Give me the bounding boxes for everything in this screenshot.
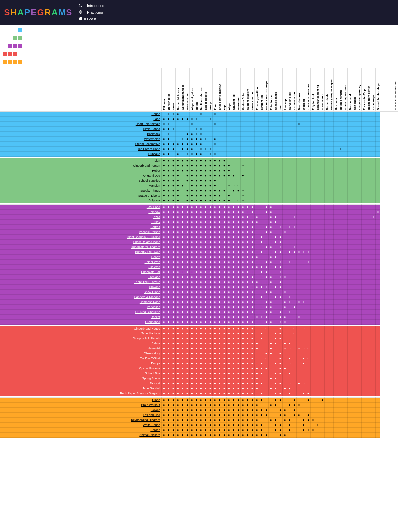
row-label[interactable]: Crayons <box>0 285 162 290</box>
cell: ● <box>217 376 222 381</box>
row-label[interactable]: School Supplies <box>0 178 162 183</box>
row-label[interactable]: Animal Stickers <box>0 433 162 438</box>
cell: ● <box>185 240 190 245</box>
row-label[interactable]: Face <box>0 117 162 122</box>
cell <box>255 193 259 198</box>
cell: ● <box>166 265 171 270</box>
row-label[interactable]: Tie Dye T-Shirt <box>0 356 162 361</box>
cell: ● <box>217 260 222 265</box>
row-label[interactable]: Groundhog <box>0 320 162 325</box>
row-label[interactable]: Name Art <box>0 346 162 351</box>
row-label[interactable]: Jane Goodall <box>0 386 162 391</box>
row-label[interactable]: Globe <box>0 398 162 403</box>
row-label[interactable]: Bicycle <box>0 408 162 413</box>
cell <box>315 300 320 305</box>
row-label[interactable]: Rainbow <box>0 210 162 215</box>
row-label[interactable]: Rock Paper Scissors Diagram <box>0 391 162 396</box>
row-label[interactable]: Snow Globe <box>0 290 162 295</box>
row-label[interactable]: Portrait <box>0 225 162 230</box>
cell: ● <box>194 408 199 413</box>
row-label[interactable]: Dr. King Silhouette <box>0 310 162 315</box>
cell: ● <box>222 250 227 255</box>
row-label[interactable]: Keyboarding Diagram <box>0 418 162 423</box>
cell: ● <box>250 423 255 428</box>
row-label[interactable]: Fast Food <box>0 205 162 210</box>
cell <box>329 428 334 433</box>
row-label[interactable]: Hearts <box>0 255 162 260</box>
row-label[interactable]: Ice Cream Cone <box>0 147 162 152</box>
cell <box>376 183 380 188</box>
cell <box>180 178 185 183</box>
row-label[interactable]: Emojis <box>0 361 162 366</box>
row-label[interactable]: School Bus <box>0 371 162 376</box>
row-label[interactable]: Skeleton <box>0 265 162 270</box>
cell: ● <box>162 163 166 168</box>
row-label[interactable]: Opitcal Illusions <box>0 366 162 371</box>
cell <box>348 132 352 137</box>
row-label[interactable]: Rocket <box>0 315 162 320</box>
row-label[interactable]: Spider Web <box>0 260 162 265</box>
row-label[interactable]: There Their They're <box>0 280 162 285</box>
row-label[interactable]: Robot <box>0 168 162 173</box>
cell <box>278 386 283 391</box>
row-label[interactable]: Gingerbread Person <box>0 163 162 168</box>
row-label[interactable]: Fireplace <box>0 275 162 280</box>
cell <box>371 250 376 255</box>
row-label[interactable]: Posable Person <box>0 230 162 235</box>
cell: ● <box>231 403 236 408</box>
row-label[interactable]: Heart Felt Animals <box>0 122 162 127</box>
row-label[interactable]: Spring Scene <box>0 376 162 381</box>
cell: ● <box>185 173 190 178</box>
row-label[interactable]: Giant Sequoia & Building <box>0 235 162 240</box>
row-label[interactable]: House <box>0 112 162 117</box>
row-label[interactable]: Heroes <box>0 428 162 433</box>
row-label[interactable]: Turkey <box>0 220 162 225</box>
row-label[interactable]: Banners & Ribbons <box>0 295 162 300</box>
row-label[interactable]: Gingerbread House <box>0 326 162 331</box>
row-label[interactable]: Circle Panda <box>0 127 162 132</box>
cell <box>366 127 371 132</box>
cell: ● <box>190 326 194 331</box>
row-label[interactable]: Dolphins <box>0 198 162 203</box>
row-label[interactable]: Watermelon <box>0 137 162 142</box>
cell: ● <box>227 260 231 265</box>
row-label[interactable]: Cupcake <box>0 152 162 157</box>
row-label[interactable]: Compass Rose <box>0 300 162 305</box>
cell: ● <box>217 326 222 331</box>
cell <box>227 142 231 147</box>
cell <box>334 132 338 137</box>
cell: ● <box>250 205 255 210</box>
row-label[interactable]: Spooky Things <box>0 188 162 193</box>
cell: ○ <box>190 117 194 122</box>
row-label[interactable]: Octopus & Pufferfish <box>0 336 162 341</box>
cell <box>287 210 292 215</box>
row-label[interactable]: Brain Workout <box>0 403 162 408</box>
row-label[interactable]: Fox and Dog <box>0 413 162 418</box>
row-label[interactable]: Snow-Related Icons <box>0 240 162 245</box>
row-label[interactable]: Time Machine <box>0 331 162 336</box>
cell <box>283 188 287 193</box>
row-label[interactable]: Pizza <box>0 215 162 220</box>
cell: ● <box>162 351 166 356</box>
row-label[interactable]: Statue of Liberty <box>0 193 162 198</box>
row-label[interactable]: Tacocat <box>0 381 162 386</box>
row-label[interactable]: Backpack <box>0 132 162 137</box>
cell <box>259 183 264 188</box>
cell <box>273 230 278 235</box>
row-label[interactable]: Chocolate Bar <box>0 270 162 275</box>
row-label[interactable]: Origami Dog <box>0 173 162 178</box>
cell <box>325 408 329 413</box>
cell <box>283 117 287 122</box>
cell: ● <box>236 210 241 215</box>
cell: ● <box>227 386 231 391</box>
row-label[interactable]: Lion <box>0 158 162 163</box>
row-label[interactable]: Quadrilateral Diagram <box>0 245 162 250</box>
row-label[interactable]: Steam Locomotive <box>0 142 162 147</box>
row-label[interactable]: Butterfly Life Cycle <box>0 250 162 255</box>
row-label[interactable]: Mansion <box>0 183 162 188</box>
row-label[interactable]: Pancakes <box>0 305 162 310</box>
row-label[interactable]: Rebus <box>0 341 162 346</box>
row-label[interactable]: Observatory <box>0 351 162 356</box>
cell <box>236 127 241 132</box>
row-label[interactable]: White House <box>0 423 162 428</box>
